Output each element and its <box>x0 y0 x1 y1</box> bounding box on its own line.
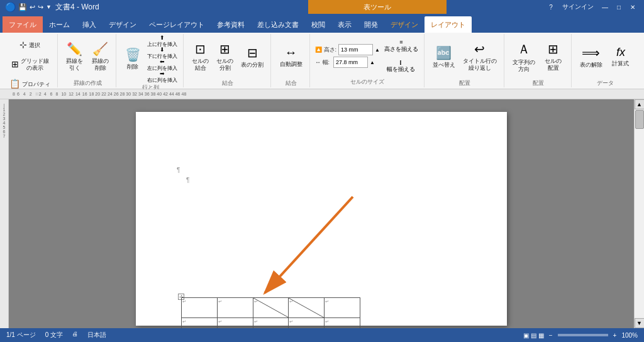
scroll-up-button[interactable]: ▲ <box>635 99 645 109</box>
table-container: ↵ ↵ ↵ ↵ <box>181 297 360 328</box>
print-layout-icon: 🖨 <box>72 331 78 339</box>
redo-icon[interactable]: ↪ <box>38 3 43 11</box>
scroll-down-button[interactable]: ▼ <box>635 318 645 328</box>
btn-delete[interactable]: 🗑️ 削除 <box>121 38 144 80</box>
scroll-thumb[interactable] <box>635 110 644 129</box>
group-content-rowscols: 🗑️ 削除 ⬆ 上に行を挿入 ⬇ 下に行を挿入 ⬅ 左に列を挿入 <box>121 35 179 82</box>
tab-file[interactable]: ファイル <box>3 16 43 33</box>
tab-home[interactable]: ホーム <box>43 16 76 33</box>
status-right: ▣ ▤ ▦ − + 100% <box>523 332 638 339</box>
btn-convert-text[interactable]: ⟹ 表の解除 <box>577 35 606 78</box>
cell-r2c2[interactable]: ↵ <box>217 318 253 329</box>
cell-r1c4[interactable]: ↵ <box>289 298 325 318</box>
tab-review[interactable]: 校閲 <box>305 16 331 33</box>
vertical-ruler: | 1 2 3 4 5 6 7 <box>0 99 9 328</box>
diagonal-svg-2 <box>289 298 324 317</box>
dropdown-icon[interactable]: ▼ <box>46 4 52 10</box>
text-direction-icon: Ａ <box>518 41 530 58</box>
group-label-autofit: 結合 <box>286 79 297 87</box>
cell-r1c5[interactable]: ↵ <box>325 298 360 318</box>
height-input[interactable] <box>338 44 373 55</box>
undo-icon[interactable]: ↩ <box>30 3 35 11</box>
btn-insert-below[interactable]: ⬇ 下に行を挿入 <box>145 47 179 58</box>
group-content-textdir: Ａ 文字列の方向 ⊞ セルの配置 <box>509 35 567 78</box>
cell-r2c5[interactable]: ↵ <box>325 318 360 329</box>
group-content-data: ⟹ 表の解除 fx 計算式 <box>577 35 635 78</box>
btn-merge-cells[interactable]: ⊡ セルの結合 <box>189 35 212 78</box>
height-spin-up[interactable]: ▲ <box>375 47 380 53</box>
btn-split-cells[interactable]: ⊞ セルの分割 <box>213 35 236 78</box>
view-icons: ▣ ▤ ▦ <box>523 332 544 339</box>
cell-r1c3[interactable]: ↵ <box>253 298 289 318</box>
eraser-icon: 🧹 <box>92 41 108 57</box>
distribute-rows-icon: ≡ <box>399 39 402 45</box>
cell-r1c2[interactable]: ↵ <box>217 298 253 318</box>
vertical-scrollbar[interactable]: ▲ ▼ <box>634 99 644 328</box>
document-table[interactable]: ↵ ↵ ↵ ↵ <box>181 297 360 328</box>
tab-tabledesign[interactable]: デザイン <box>384 16 425 33</box>
zoom-slider[interactable] <box>558 334 608 336</box>
ribbon: ⊹ 選択 ⊞ グリッド線の表示 📋 プロパティ 表 ✏️ 罫線を引く <box>0 33 644 89</box>
btn-distribute-rows[interactable]: ≡ 高さを揃える <box>382 37 420 55</box>
btn-insert-above[interactable]: ⬆ 上に行を挿入 <box>145 35 179 47</box>
cell-r2c3[interactable]: ↵ <box>253 318 289 329</box>
tab-mailings[interactable]: 差し込み文書 <box>251 16 305 33</box>
insert-right-icon: ➡ <box>160 70 165 77</box>
btn-insert-right[interactable]: ➡ 右に列を挿入 <box>145 71 179 82</box>
btn-gridlines[interactable]: ⊞ グリッド線の表示 <box>6 55 53 74</box>
tab-design[interactable]: デザイン <box>103 16 143 33</box>
tab-insert[interactable]: 挿入 <box>76 16 103 33</box>
zoom-out-button[interactable]: − <box>549 332 553 339</box>
signin-button[interactable]: サインイン <box>558 2 597 12</box>
btn-repeat-header[interactable]: ↩ タイトル行の繰り返し <box>460 35 500 78</box>
pencil-icon: ✏️ <box>67 41 82 57</box>
btn-split-table[interactable]: ⊟ 表の分割 <box>238 35 267 78</box>
document-area[interactable]: ¶ ¶ ⊹ ↵ ↵ ↵ <box>9 99 634 328</box>
horizontal-ruler: 8642 || 246 81012 141618 202224 262830 3… <box>0 89 644 99</box>
help-button[interactable]: ? <box>545 2 557 12</box>
ribbon-tabs: ファイル ホーム 挿入 デザイン ページレイアウト 参考資料 差し込み文書 校閲… <box>0 14 644 33</box>
tab-developer[interactable]: 開発 <box>358 16 384 33</box>
group-content-alignment: 🔤 並べ替え ↩ タイトル行の繰り返し <box>430 35 500 78</box>
ribbon-group-autofit: ↔️ 自動調整 結合 <box>272 34 310 87</box>
window-controls: ? サインイン — □ ✕ <box>545 2 639 12</box>
btn-cell-alignment[interactable]: ⊞ セルの配置 <box>540 35 567 78</box>
btn-draw-border[interactable]: ✏️ 罫線を引く <box>63 35 86 78</box>
btn-sort[interactable]: 🔤 並べ替え <box>430 35 458 78</box>
select-icon: ⊹ <box>19 40 27 50</box>
btn-formula[interactable]: fx 計算式 <box>607 35 635 78</box>
table-row-2: ↵ ↵ ↵ ↵ ↵ <box>182 318 360 329</box>
formula-icon: fx <box>616 46 625 59</box>
group-content-drawborders: ✏️ 罫線を引く 🧹 罫線の削除 <box>63 35 112 78</box>
tab-references[interactable]: 参考資料 <box>211 16 251 33</box>
btn-select[interactable]: ⊹ 選択 <box>6 35 53 54</box>
cell-r2c4[interactable]: ↵ <box>289 318 325 329</box>
btn-insert-left[interactable]: ⬅ 左に列を挿入 <box>145 59 179 70</box>
width-input[interactable] <box>333 57 368 68</box>
cell-r2c1[interactable]: ↵ <box>182 318 218 329</box>
tab-view[interactable]: 表示 <box>331 16 358 33</box>
btn-erase-border[interactable]: 🧹 罫線の削除 <box>89 35 112 78</box>
maximize-button[interactable]: □ <box>613 2 625 12</box>
save-icon[interactable]: 💾 <box>18 3 27 11</box>
size-inputs: 🔼 高さ: ▲ ↔ 幅: ▲ <box>315 44 380 68</box>
btn-autofit[interactable]: ↔️ 自動調整 <box>277 35 306 78</box>
btn-text-direction[interactable]: Ａ 文字列の方向 <box>509 35 538 78</box>
width-spin-up[interactable]: ▲ <box>370 60 375 65</box>
ribbon-group-cellsize: 🔼 高さ: ▲ ↔ 幅: ▲ ≡ 高さを揃える <box>311 34 425 87</box>
close-button[interactable]: ✕ <box>626 2 639 12</box>
distribute-cols-icon: ⫿ <box>399 59 402 65</box>
cell-r1c1[interactable]: ↵ <box>182 298 218 318</box>
sort-icon: 🔤 <box>436 45 452 60</box>
zoom-in-button[interactable]: + <box>613 332 617 339</box>
split-table-icon: ⊟ <box>247 45 258 60</box>
minimize-button[interactable]: — <box>599 2 611 12</box>
tab-pagelayout[interactable]: ページレイアウト <box>143 16 211 33</box>
merge-icon: ⊡ <box>195 41 206 57</box>
autofit-icon: ↔️ <box>285 45 297 60</box>
btn-distribute-cols[interactable]: ⫿ 幅を揃える <box>382 57 420 75</box>
title-text: 文書4 - Word <box>55 2 99 13</box>
tab-tablelayout[interactable]: レイアウト <box>425 16 472 33</box>
scroll-track[interactable] <box>635 109 645 318</box>
delete-icon: 🗑️ <box>125 47 141 62</box>
